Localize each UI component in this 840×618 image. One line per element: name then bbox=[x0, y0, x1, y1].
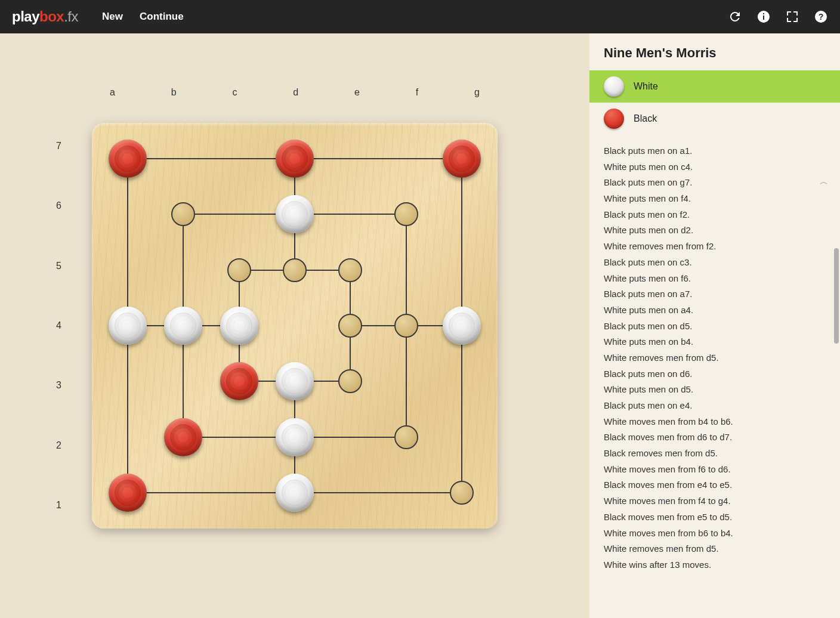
log-line: Black moves men from e5 to d5. bbox=[604, 509, 826, 526]
log-line: White moves men from b4 to b6. bbox=[604, 414, 826, 430]
col-labels: abcdefg bbox=[110, 87, 480, 98]
piece-red-a1[interactable] bbox=[109, 474, 147, 512]
log-line: White puts men on b4. bbox=[604, 334, 826, 350]
fullscreen-icon[interactable] bbox=[785, 10, 799, 24]
log-line: White puts men on f6. bbox=[604, 271, 826, 287]
piece-red-d7[interactable] bbox=[276, 140, 314, 178]
row-label: 5 bbox=[56, 261, 61, 271]
piece-white-a4[interactable] bbox=[109, 307, 147, 345]
game-board bbox=[92, 123, 498, 529]
log-line: Black moves men from e4 to e5. bbox=[604, 477, 826, 493]
svg-rect-1 bbox=[763, 16, 764, 20]
point-g1[interactable] bbox=[450, 481, 474, 505]
log-line: Black puts men on c3. bbox=[604, 255, 826, 271]
log-line: White moves men from f4 to g4. bbox=[604, 493, 826, 509]
log-line: White wins after 13 moves. bbox=[604, 557, 826, 573]
piece-red-c3[interactable] bbox=[220, 362, 258, 400]
col-label: a bbox=[110, 87, 115, 98]
black-piece-icon bbox=[604, 109, 624, 129]
log-line: Black puts men on a1. bbox=[604, 143, 826, 159]
player-white[interactable]: White bbox=[589, 70, 840, 103]
log-line: White moves men from f6 to d6. bbox=[604, 462, 826, 478]
logo-play: play bbox=[12, 8, 39, 24]
piece-white-d1[interactable] bbox=[276, 474, 314, 512]
board-area: abcdefg 7654321 bbox=[0, 33, 589, 618]
log-line: White puts men on f4. bbox=[604, 191, 826, 207]
toolbar-icons: ? bbox=[728, 10, 828, 24]
topbar: playbox.fx New Continue ? bbox=[0, 0, 840, 33]
piece-red-g7[interactable] bbox=[443, 140, 481, 178]
info-icon[interactable] bbox=[756, 10, 771, 24]
logo-fx: .fx bbox=[64, 8, 78, 24]
col-label: b bbox=[171, 87, 177, 98]
refresh-icon[interactable] bbox=[728, 10, 742, 24]
log-line: White puts men on d2. bbox=[604, 223, 826, 239]
piece-red-b2[interactable] bbox=[164, 418, 202, 456]
side-panel: Nine Men's Morris White Black ︿ Black pu… bbox=[589, 33, 840, 618]
piece-white-d2[interactable] bbox=[276, 418, 314, 456]
log-line: Black puts men on a7. bbox=[604, 286, 826, 302]
game-title: Nine Men's Morris bbox=[589, 45, 840, 70]
col-label: f bbox=[416, 87, 418, 98]
row-label: 7 bbox=[56, 141, 61, 152]
log-line: White removes men from d5. bbox=[604, 350, 826, 366]
log-line: White removes men from f2. bbox=[604, 239, 826, 255]
point-f6[interactable] bbox=[394, 202, 418, 226]
logo[interactable]: playbox.fx bbox=[12, 8, 78, 25]
white-label: White bbox=[634, 81, 658, 92]
log-line: Black puts men on e4. bbox=[604, 398, 826, 414]
point-b6[interactable] bbox=[171, 202, 195, 226]
log-line: Black removes men from d5. bbox=[604, 446, 826, 462]
point-e4[interactable] bbox=[338, 314, 362, 338]
log-line: White puts men on d5. bbox=[604, 382, 826, 398]
row-label: 6 bbox=[56, 200, 61, 211]
help-icon[interactable]: ? bbox=[814, 10, 828, 24]
log-line: White puts men on a4. bbox=[604, 302, 826, 319]
point-f4[interactable] bbox=[394, 314, 418, 338]
point-e3[interactable] bbox=[338, 369, 362, 393]
log-line: White moves men from b6 to b4. bbox=[604, 526, 826, 542]
player-black[interactable]: Black bbox=[589, 103, 840, 135]
col-label: g bbox=[474, 87, 480, 98]
col-label: d bbox=[293, 87, 298, 98]
black-label: Black bbox=[634, 113, 657, 124]
nav: New Continue bbox=[102, 11, 184, 23]
nav-new[interactable]: New bbox=[102, 11, 123, 23]
white-piece-icon bbox=[604, 76, 624, 97]
piece-white-b4[interactable] bbox=[164, 307, 202, 345]
col-label: e bbox=[354, 87, 360, 98]
row-labels: 7654321 bbox=[56, 141, 61, 511]
log-line: White puts men on c4. bbox=[604, 159, 826, 175]
log-line: Black moves men from d6 to d7. bbox=[604, 429, 826, 446]
log-line: Black puts men on d6. bbox=[604, 366, 826, 382]
row-label: 3 bbox=[56, 380, 61, 391]
nav-continue[interactable]: Continue bbox=[140, 11, 184, 23]
log-line: Black puts men on g7. bbox=[604, 175, 826, 191]
col-label: c bbox=[232, 87, 237, 98]
logo-box: box bbox=[39, 8, 64, 24]
scrollbar-thumb[interactable] bbox=[834, 248, 839, 344]
piece-white-d6[interactable] bbox=[276, 195, 314, 233]
point-e5[interactable] bbox=[338, 258, 362, 282]
row-label: 4 bbox=[56, 320, 61, 331]
row-label: 1 bbox=[56, 500, 61, 511]
svg-rect-2 bbox=[763, 13, 764, 14]
board-lines bbox=[92, 123, 498, 529]
piece-white-c4[interactable] bbox=[220, 307, 258, 345]
svg-text:?: ? bbox=[819, 12, 824, 21]
point-f2[interactable] bbox=[394, 425, 418, 449]
piece-white-d3[interactable] bbox=[276, 362, 314, 400]
row-label: 2 bbox=[56, 440, 61, 451]
log-line: Black puts men on d5. bbox=[604, 319, 826, 335]
log-line: White removes men from d5. bbox=[604, 541, 826, 557]
point-c5[interactable] bbox=[227, 258, 251, 282]
log-line: Black puts men on f2. bbox=[604, 207, 826, 223]
piece-red-a7[interactable] bbox=[109, 140, 147, 178]
point-d5[interactable] bbox=[283, 258, 307, 282]
piece-white-g4[interactable] bbox=[443, 307, 481, 345]
move-log[interactable]: Black puts men on a1.White puts men on c… bbox=[589, 135, 840, 618]
